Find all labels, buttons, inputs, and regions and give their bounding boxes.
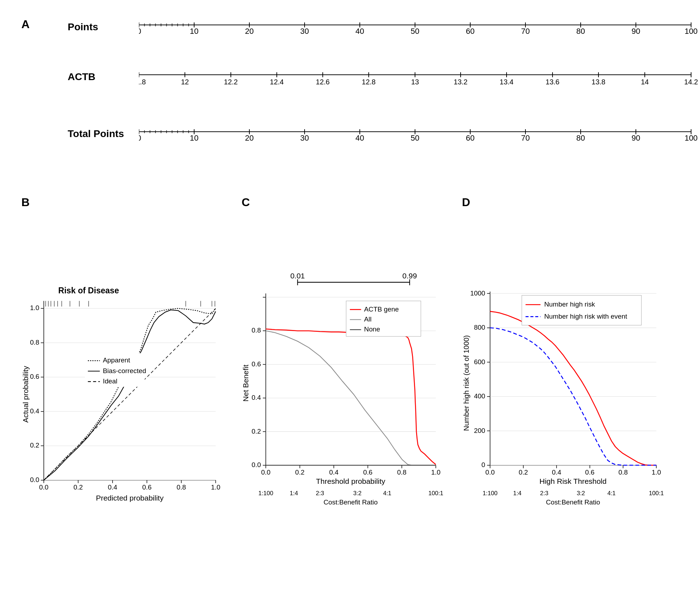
actb-scale: 11.8 12 12.2 12.4 12.6 12.8 13 13.2 <box>139 66 700 98</box>
svg-text:0.8: 0.8 <box>252 326 261 334</box>
svg-text:Ideal: Ideal <box>103 377 118 385</box>
svg-text:70: 70 <box>521 27 530 36</box>
svg-text:0.4: 0.4 <box>329 469 338 476</box>
svg-text:Number high risk with event: Number high risk with event <box>544 313 627 320</box>
svg-text:0.4: 0.4 <box>252 394 261 401</box>
svg-text:80: 80 <box>576 27 585 36</box>
svg-text:Number high risk (out of 1000): Number high risk (out of 1000) <box>462 335 470 431</box>
svg-text:50: 50 <box>411 27 419 36</box>
svg-text:4:1: 4:1 <box>383 490 392 497</box>
points-label: Points <box>68 21 98 33</box>
svg-text:13.2: 13.2 <box>454 78 468 86</box>
svg-rect-241 <box>522 295 641 325</box>
main-container: A Points 0 10 20 3 <box>0 0 700 607</box>
panel-d-label: D <box>462 196 470 209</box>
svg-text:Threshold probability: Threshold probability <box>316 477 385 485</box>
svg-text:0.0: 0.0 <box>39 483 48 491</box>
panel-b: B Risk of Disease 0.0 <box>21 196 238 593</box>
total-points-scale: 0 10 20 30 40 50 60 70 80 <box>139 123 700 151</box>
svg-text:10: 10 <box>190 27 198 36</box>
svg-text:0.8: 0.8 <box>177 483 186 491</box>
svg-text:ACTB gene: ACTB gene <box>364 305 399 313</box>
svg-text:13.4: 13.4 <box>500 78 514 86</box>
svg-text:30: 30 <box>300 27 309 36</box>
svg-text:12.4: 12.4 <box>270 78 284 86</box>
svg-text:0.6: 0.6 <box>30 373 39 380</box>
svg-text:80: 80 <box>576 134 585 142</box>
svg-text:20: 20 <box>245 27 254 36</box>
panel-c: C 0.01 0.99 <box>242 196 458 593</box>
svg-text:0: 0 <box>139 27 141 36</box>
svg-text:50: 50 <box>411 134 419 142</box>
actb-row: ACTB 11.8 12 12.2 12.4 12.6 12.8 <box>68 64 664 110</box>
svg-text:600: 600 <box>474 358 485 366</box>
panel-b-label: B <box>21 196 30 209</box>
svg-text:70: 70 <box>521 134 530 142</box>
svg-text:0.8: 0.8 <box>618 469 628 476</box>
svg-text:11.8: 11.8 <box>139 78 146 86</box>
svg-text:13.6: 13.6 <box>546 78 560 86</box>
svg-text:14.2: 14.2 <box>684 78 698 86</box>
svg-text:0.2: 0.2 <box>295 469 305 476</box>
svg-text:3:2: 3:2 <box>353 490 362 497</box>
bottom-panels: B Risk of Disease 0.0 <box>21 196 679 593</box>
svg-text:20: 20 <box>245 134 254 142</box>
panel-b-chart: Risk of Disease 0.0 0.2 <box>21 196 238 593</box>
svg-text:30: 30 <box>300 134 309 142</box>
svg-text:0: 0 <box>139 134 141 142</box>
svg-text:0.6: 0.6 <box>142 483 151 491</box>
svg-text:0.4: 0.4 <box>108 483 117 491</box>
points-scale: 0 10 20 30 40 50 60 70 <box>139 16 700 45</box>
svg-text:100: 100 <box>685 27 698 36</box>
svg-text:Net Benefit: Net Benefit <box>242 365 250 402</box>
svg-text:0.0: 0.0 <box>30 476 39 483</box>
svg-text:Cost:Benefit Ratio: Cost:Benefit Ratio <box>324 498 378 506</box>
svg-text:4:1: 4:1 <box>607 490 616 497</box>
svg-text:0: 0 <box>481 461 485 469</box>
panel-a-label: A <box>21 18 30 31</box>
svg-text:All: All <box>364 315 372 323</box>
svg-text:100:1: 100:1 <box>429 490 444 497</box>
svg-text:800: 800 <box>474 324 485 331</box>
svg-text:1000: 1000 <box>470 289 485 297</box>
svg-text:90: 90 <box>632 134 640 142</box>
svg-text:100:1: 100:1 <box>649 490 664 497</box>
svg-text:0.8: 0.8 <box>30 339 39 346</box>
total-points-label: Total Points <box>68 128 124 140</box>
svg-text:1.0: 1.0 <box>211 483 220 491</box>
points-row: Points 0 10 20 30 40 <box>68 14 664 53</box>
svg-text:60: 60 <box>466 27 475 36</box>
svg-text:High Risk Threshold: High Risk Threshold <box>539 477 606 485</box>
svg-text:1.0: 1.0 <box>652 469 661 476</box>
svg-text:0.6: 0.6 <box>252 360 261 368</box>
svg-text:0.2: 0.2 <box>73 483 83 491</box>
panel-c-label: C <box>242 196 250 209</box>
svg-text:14: 14 <box>641 78 649 86</box>
svg-text:40: 40 <box>356 134 364 142</box>
svg-text:2:3: 2:3 <box>316 490 324 497</box>
svg-text:13: 13 <box>411 78 419 86</box>
svg-text:100: 100 <box>685 134 698 142</box>
panel-a: A Points 0 10 20 3 <box>21 14 679 192</box>
svg-text:0.4: 0.4 <box>552 469 561 476</box>
svg-text:0.01: 0.01 <box>290 272 305 280</box>
svg-text:0.8: 0.8 <box>397 469 406 476</box>
svg-text:1.0: 1.0 <box>30 304 39 312</box>
panel-c-chart: 0.01 0.99 0.0 0.2 <box>242 196 458 593</box>
svg-text:12: 12 <box>181 78 189 86</box>
svg-text:0.2: 0.2 <box>30 441 39 449</box>
svg-text:3:2: 3:2 <box>577 490 585 497</box>
svg-text:Apparent: Apparent <box>103 356 130 364</box>
svg-text:Actual probability: Actual probability <box>21 366 30 423</box>
svg-text:400: 400 <box>474 392 485 400</box>
svg-text:12.8: 12.8 <box>362 78 376 86</box>
svg-text:12.6: 12.6 <box>316 78 330 86</box>
svg-text:200: 200 <box>474 427 485 434</box>
svg-text:13.8: 13.8 <box>592 78 606 86</box>
svg-text:None: None <box>364 325 380 333</box>
svg-text:Bias-corrected: Bias-corrected <box>103 367 146 375</box>
svg-text:60: 60 <box>466 134 475 142</box>
nomogram: Points 0 10 20 30 40 <box>68 14 664 160</box>
svg-text:2:3: 2:3 <box>540 490 548 497</box>
svg-text:1:4: 1:4 <box>290 490 298 497</box>
